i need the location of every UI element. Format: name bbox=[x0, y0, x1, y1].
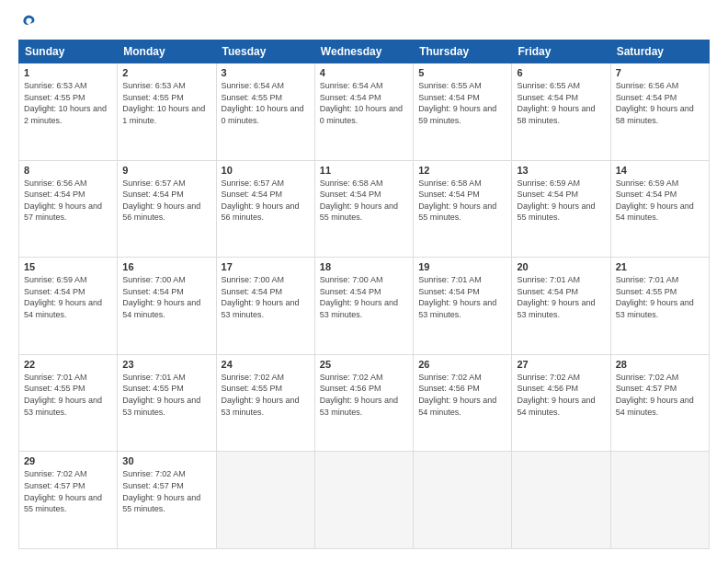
day-number: 9 bbox=[122, 165, 210, 176]
day-number: 19 bbox=[418, 261, 506, 272]
day-info: Sunrise: 6:53 AMSunset: 4:55 PMDaylight:… bbox=[122, 80, 210, 126]
day-info: Sunrise: 7:01 AMSunset: 4:54 PMDaylight:… bbox=[517, 274, 605, 320]
calendar-week-row: 15Sunrise: 6:59 AMSunset: 4:54 PMDayligh… bbox=[19, 258, 710, 355]
day-number: 16 bbox=[122, 261, 210, 272]
calendar-cell: 22Sunrise: 7:01 AMSunset: 4:55 PMDayligh… bbox=[19, 354, 118, 452]
day-info: Sunrise: 6:56 AMSunset: 4:54 PMDaylight:… bbox=[616, 80, 704, 126]
calendar-cell: 23Sunrise: 7:01 AMSunset: 4:55 PMDayligh… bbox=[118, 354, 216, 452]
day-info: Sunrise: 7:02 AMSunset: 4:55 PMDaylight:… bbox=[222, 372, 310, 418]
day-number: 3 bbox=[222, 67, 310, 78]
day-number: 25 bbox=[320, 359, 408, 370]
day-info: Sunrise: 7:01 AMSunset: 4:54 PMDaylight:… bbox=[418, 274, 506, 320]
weekday-header-friday: Friday bbox=[512, 40, 610, 63]
day-number: 26 bbox=[418, 359, 506, 370]
calendar-cell: 19Sunrise: 7:01 AMSunset: 4:54 PMDayligh… bbox=[414, 258, 512, 355]
day-info: Sunrise: 7:02 AMSunset: 4:56 PMDaylight:… bbox=[418, 372, 506, 418]
calendar-cell: 13Sunrise: 6:59 AMSunset: 4:54 PMDayligh… bbox=[512, 160, 610, 258]
calendar-cell: 30Sunrise: 7:02 AMSunset: 4:57 PMDayligh… bbox=[118, 452, 216, 549]
calendar-cell: 10Sunrise: 6:57 AMSunset: 4:54 PMDayligh… bbox=[216, 160, 314, 258]
day-info: Sunrise: 7:01 AMSunset: 4:55 PMDaylight:… bbox=[616, 274, 704, 320]
day-info: Sunrise: 6:59 AMSunset: 4:54 PMDaylight:… bbox=[24, 274, 112, 320]
calendar-week-row: 1Sunrise: 6:53 AMSunset: 4:55 PMDaylight… bbox=[19, 63, 710, 161]
day-info: Sunrise: 7:02 AMSunset: 4:57 PMDaylight:… bbox=[616, 372, 704, 418]
calendar-cell: 17Sunrise: 7:00 AMSunset: 4:54 PMDayligh… bbox=[216, 258, 314, 355]
day-number: 21 bbox=[616, 261, 704, 272]
calendar-week-row: 8Sunrise: 6:56 AMSunset: 4:54 PMDaylight… bbox=[19, 160, 710, 258]
day-info: Sunrise: 6:58 AMSunset: 4:54 PMDaylight:… bbox=[320, 178, 408, 224]
calendar-cell: 16Sunrise: 7:00 AMSunset: 4:54 PMDayligh… bbox=[118, 258, 216, 355]
day-info: Sunrise: 6:56 AMSunset: 4:54 PMDaylight:… bbox=[24, 178, 112, 224]
weekday-header-saturday: Saturday bbox=[610, 40, 709, 63]
day-info: Sunrise: 6:58 AMSunset: 4:54 PMDaylight:… bbox=[418, 178, 506, 224]
calendar-week-row: 22Sunrise: 7:01 AMSunset: 4:55 PMDayligh… bbox=[19, 354, 710, 452]
logo-bird-icon bbox=[20, 14, 37, 30]
day-number: 11 bbox=[320, 165, 408, 176]
day-number: 8 bbox=[24, 165, 112, 176]
day-number: 22 bbox=[24, 359, 112, 370]
day-number: 24 bbox=[222, 359, 310, 370]
day-number: 23 bbox=[122, 359, 210, 370]
weekday-header-row: SundayMondayTuesdayWednesdayThursdayFrid… bbox=[19, 40, 710, 63]
calendar-cell bbox=[216, 452, 314, 549]
day-number: 18 bbox=[320, 261, 408, 272]
calendar-cell: 1Sunrise: 6:53 AMSunset: 4:55 PMDaylight… bbox=[19, 63, 118, 161]
weekday-header-monday: Monday bbox=[118, 40, 216, 63]
calendar-cell: 2Sunrise: 6:53 AMSunset: 4:55 PMDaylight… bbox=[118, 63, 216, 161]
calendar-cell: 21Sunrise: 7:01 AMSunset: 4:55 PMDayligh… bbox=[610, 258, 709, 355]
day-info: Sunrise: 7:00 AMSunset: 4:54 PMDaylight:… bbox=[122, 274, 210, 320]
day-info: Sunrise: 7:02 AMSunset: 4:56 PMDaylight:… bbox=[517, 372, 605, 418]
calendar-cell: 29Sunrise: 7:02 AMSunset: 4:57 PMDayligh… bbox=[19, 452, 118, 549]
day-info: Sunrise: 7:02 AMSunset: 4:57 PMDaylight:… bbox=[24, 468, 112, 514]
day-number: 5 bbox=[418, 67, 506, 78]
day-number: 30 bbox=[122, 455, 210, 466]
calendar-cell: 5Sunrise: 6:55 AMSunset: 4:54 PMDaylight… bbox=[414, 63, 512, 161]
day-number: 15 bbox=[24, 261, 112, 272]
calendar-week-row: 29Sunrise: 7:02 AMSunset: 4:57 PMDayligh… bbox=[19, 452, 710, 549]
day-info: Sunrise: 6:57 AMSunset: 4:54 PMDaylight:… bbox=[122, 178, 210, 224]
calendar-cell bbox=[414, 452, 512, 549]
weekday-header-sunday: Sunday bbox=[19, 40, 118, 63]
day-info: Sunrise: 7:00 AMSunset: 4:54 PMDaylight:… bbox=[320, 274, 408, 320]
page: SundayMondayTuesdayWednesdayThursdayFrid… bbox=[0, 0, 728, 563]
calendar-cell: 12Sunrise: 6:58 AMSunset: 4:54 PMDayligh… bbox=[414, 160, 512, 258]
calendar-cell: 15Sunrise: 6:59 AMSunset: 4:54 PMDayligh… bbox=[19, 258, 118, 355]
calendar-cell: 9Sunrise: 6:57 AMSunset: 4:54 PMDaylight… bbox=[118, 160, 216, 258]
day-info: Sunrise: 6:54 AMSunset: 4:54 PMDaylight:… bbox=[320, 80, 408, 126]
calendar-cell: 3Sunrise: 6:54 AMSunset: 4:55 PMDaylight… bbox=[216, 63, 314, 161]
calendar-cell: 20Sunrise: 7:01 AMSunset: 4:54 PMDayligh… bbox=[512, 258, 610, 355]
day-info: Sunrise: 7:01 AMSunset: 4:55 PMDaylight:… bbox=[122, 372, 210, 418]
calendar-cell: 11Sunrise: 6:58 AMSunset: 4:54 PMDayligh… bbox=[314, 160, 413, 258]
day-number: 13 bbox=[517, 165, 605, 176]
calendar-cell bbox=[314, 452, 413, 549]
weekday-header-tuesday: Tuesday bbox=[216, 40, 314, 63]
calendar-cell: 25Sunrise: 7:02 AMSunset: 4:56 PMDayligh… bbox=[314, 354, 413, 452]
calendar-cell: 14Sunrise: 6:59 AMSunset: 4:54 PMDayligh… bbox=[610, 160, 709, 258]
calendar-cell bbox=[610, 452, 709, 549]
day-number: 12 bbox=[418, 165, 506, 176]
calendar-cell: 8Sunrise: 6:56 AMSunset: 4:54 PMDaylight… bbox=[19, 160, 118, 258]
day-info: Sunrise: 6:54 AMSunset: 4:55 PMDaylight:… bbox=[222, 80, 310, 126]
calendar-cell: 26Sunrise: 7:02 AMSunset: 4:56 PMDayligh… bbox=[414, 354, 512, 452]
calendar-cell: 28Sunrise: 7:02 AMSunset: 4:57 PMDayligh… bbox=[610, 354, 709, 452]
logo bbox=[18, 14, 37, 30]
calendar-cell bbox=[512, 452, 610, 549]
day-number: 7 bbox=[616, 67, 704, 78]
calendar-cell: 6Sunrise: 6:55 AMSunset: 4:54 PMDaylight… bbox=[512, 63, 610, 161]
day-info: Sunrise: 7:00 AMSunset: 4:54 PMDaylight:… bbox=[222, 274, 310, 320]
header bbox=[18, 14, 710, 30]
calendar-cell: 24Sunrise: 7:02 AMSunset: 4:55 PMDayligh… bbox=[216, 354, 314, 452]
day-number: 29 bbox=[24, 455, 112, 466]
day-number: 4 bbox=[320, 67, 408, 78]
day-info: Sunrise: 6:59 AMSunset: 4:54 PMDaylight:… bbox=[616, 178, 704, 224]
day-number: 28 bbox=[616, 359, 704, 370]
day-number: 2 bbox=[122, 67, 210, 78]
day-number: 17 bbox=[222, 261, 310, 272]
day-number: 10 bbox=[222, 165, 310, 176]
calendar-cell: 7Sunrise: 6:56 AMSunset: 4:54 PMDaylight… bbox=[610, 63, 709, 161]
calendar-cell: 18Sunrise: 7:00 AMSunset: 4:54 PMDayligh… bbox=[314, 258, 413, 355]
day-number: 1 bbox=[24, 67, 112, 78]
day-info: Sunrise: 6:55 AMSunset: 4:54 PMDaylight:… bbox=[517, 80, 605, 126]
day-number: 20 bbox=[517, 261, 605, 272]
day-info: Sunrise: 6:59 AMSunset: 4:54 PMDaylight:… bbox=[517, 178, 605, 224]
weekday-header-wednesday: Wednesday bbox=[314, 40, 413, 63]
